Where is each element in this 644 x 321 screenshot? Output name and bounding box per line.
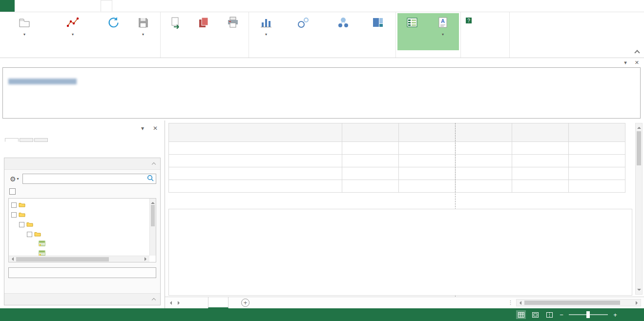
table-cell[interactable] <box>569 155 625 167</box>
properties-panel-close-icon[interactable]: ✕ <box>153 125 158 132</box>
scrollbar-thumb[interactable] <box>151 205 155 226</box>
export-button[interactable] <box>162 13 188 50</box>
zoom-out-button[interactable]: − <box>559 311 564 319</box>
tree-item[interactable] <box>10 239 148 249</box>
settings-gear-button[interactable]: ⚙▾ <box>8 175 21 183</box>
tree-horizontal-scrollbar[interactable] <box>9 256 149 262</box>
analytic-queries-button[interactable]: ▾ <box>1 13 47 50</box>
tree-expander-icon[interactable] <box>11 212 17 218</box>
properties-panel-button[interactable] <box>397 13 427 50</box>
organization-link[interactable] <box>8 79 77 85</box>
tab-acrobat[interactable] <box>90 0 101 12</box>
tab-data[interactable] <box>58 0 68 12</box>
table-cell[interactable] <box>342 142 399 155</box>
import-data-button[interactable] <box>8 267 156 278</box>
table-cell[interactable] <box>512 167 569 180</box>
table-cell[interactable] <box>342 180 399 193</box>
tab-view[interactable] <box>79 0 90 12</box>
zoom-slider[interactable] <box>569 311 608 318</box>
scrollbar-thumb[interactable] <box>16 257 109 261</box>
zoom-slider-thumb[interactable] <box>586 311 590 318</box>
bubble-tree-button[interactable] <box>325 13 362 50</box>
table-cell[interactable] <box>569 167 625 180</box>
table-col-header[interactable] <box>569 123 625 142</box>
table-cell[interactable] <box>399 142 456 155</box>
scroll-up-icon[interactable] <box>151 200 155 204</box>
table-cell[interactable] <box>569 142 625 155</box>
scroll-right-icon[interactable] <box>145 257 148 261</box>
properties-panel-collapse-icon[interactable]: ▾ <box>141 125 144 132</box>
save-button[interactable]: ▾ <box>127 13 159 50</box>
row-label[interactable] <box>169 142 342 155</box>
tree-item[interactable] <box>10 200 148 210</box>
table-col-header[interactable] <box>512 123 569 142</box>
table-cell[interactable] <box>456 167 512 180</box>
row-label[interactable] <box>169 155 342 167</box>
add-sheet-button[interactable]: + <box>241 299 249 307</box>
sheet-nav-left-icon[interactable] <box>165 297 175 308</box>
title-panel-close-icon[interactable]: ✕ <box>635 60 639 66</box>
table-col-header[interactable] <box>456 123 512 142</box>
tab-file[interactable] <box>0 0 15 12</box>
tree-item[interactable] <box>10 220 148 229</box>
scrollbar-thumb[interactable] <box>524 301 620 305</box>
flat-tree-button[interactable] <box>362 13 394 50</box>
timeseries-analysis-button[interactable]: ▾ <box>47 13 98 50</box>
refresh-button[interactable] <box>98 13 127 50</box>
tab-page-layout[interactable] <box>36 0 47 12</box>
tab-foresight[interactable] <box>101 0 112 12</box>
bubble-chart-button[interactable] <box>282 13 325 50</box>
multi-source-checkbox[interactable] <box>9 188 16 195</box>
zoom-in-button[interactable]: + <box>612 311 618 319</box>
table-cell[interactable] <box>399 167 456 180</box>
scroll-left-icon[interactable] <box>518 301 521 305</box>
batch-export-button[interactable] <box>188 13 219 50</box>
help-button[interactable]: ? <box>465 17 475 25</box>
page-layout-view-icon[interactable] <box>530 310 540 319</box>
tab-home[interactable] <box>15 0 25 12</box>
table-cell[interactable] <box>342 155 399 167</box>
tab-source[interactable] <box>5 138 19 142</box>
tab-formulas[interactable] <box>47 0 58 12</box>
table-cell[interactable] <box>456 155 512 167</box>
table-cell[interactable] <box>342 167 399 180</box>
row-label[interactable] <box>169 167 342 180</box>
data-section-header[interactable] <box>4 293 160 305</box>
tab-format[interactable] <box>34 138 48 142</box>
tab-insert[interactable] <box>25 0 36 12</box>
tab-review[interactable] <box>68 0 79 12</box>
row-label[interactable] <box>169 180 342 193</box>
table-cell[interactable] <box>569 180 625 193</box>
table-corner-header[interactable] <box>169 123 342 142</box>
scroll-right-icon[interactable] <box>636 301 640 305</box>
batch-print-button[interactable] <box>219 13 247 50</box>
tab-table-tools[interactable] <box>112 0 123 12</box>
title-panel-collapse-icon[interactable]: ▾ <box>624 60 627 66</box>
table-cell[interactable] <box>456 142 512 155</box>
table-cell[interactable] <box>512 142 569 155</box>
sheet-splitter-handle[interactable]: ⋮ <box>508 300 513 306</box>
sheet-nav-right-icon[interactable] <box>175 297 185 308</box>
tree-vertical-scrollbar[interactable] <box>149 199 156 256</box>
source-search-input[interactable] <box>25 176 147 182</box>
scroll-left-icon[interactable] <box>10 257 14 261</box>
title-toggle-button[interactable]: A ▾ <box>427 13 459 50</box>
scroll-down-icon[interactable] <box>636 287 642 294</box>
data-sources-section-header[interactable] <box>4 158 160 170</box>
tree-item[interactable] <box>10 210 148 220</box>
tree-item[interactable] <box>10 229 148 239</box>
page-break-view-icon[interactable] <box>544 310 554 319</box>
chart[interactable] <box>168 209 632 296</box>
table-cell[interactable] <box>512 180 569 193</box>
table-cell[interactable] <box>512 155 569 167</box>
table-cell[interactable] <box>399 180 456 193</box>
tree-expander-icon[interactable] <box>11 202 17 208</box>
vertical-scrollbar[interactable] <box>635 123 643 295</box>
horizontal-scrollbar[interactable] <box>516 299 641 306</box>
table-col-header[interactable] <box>399 123 456 142</box>
tree-expander-icon[interactable] <box>19 222 24 227</box>
scroll-up-icon[interactable] <box>636 123 642 130</box>
tab-mark[interactable] <box>20 138 33 142</box>
table-cell[interactable] <box>399 155 456 167</box>
scrollbar-thumb[interactable] <box>637 131 641 165</box>
